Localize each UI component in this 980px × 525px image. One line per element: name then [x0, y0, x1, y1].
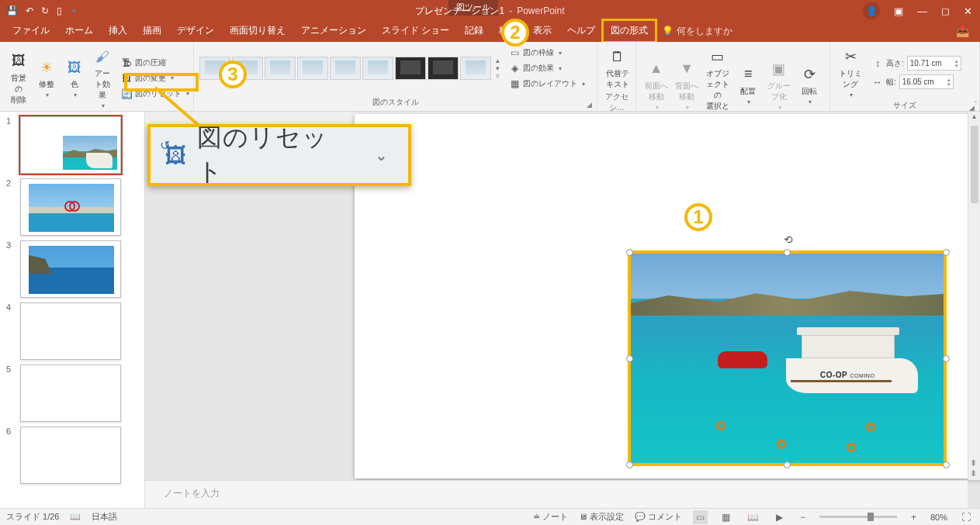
tab-transitions[interactable]: 画面切り替え: [222, 20, 293, 42]
resize-handle[interactable]: [943, 355, 950, 362]
rotate-button[interactable]: ⟳回転▾: [795, 63, 826, 107]
tab-insert[interactable]: 挿入: [101, 20, 135, 42]
annotation-1: 1: [684, 203, 712, 231]
slide-thumbnails-pane[interactable]: 1 2 3 4 5 6: [0, 112, 145, 508]
zoom-slider[interactable]: [819, 516, 897, 518]
start-from-beginning-icon[interactable]: ▯: [57, 5, 62, 16]
resize-handle[interactable]: [784, 249, 791, 256]
slide-thumb-5[interactable]: 5: [20, 364, 135, 422]
tab-file[interactable]: ファイル: [5, 20, 57, 42]
notes-toggle[interactable]: ≐ ノート: [533, 511, 568, 523]
selected-picture[interactable]: CO-OP COMINO: [631, 254, 944, 463]
tab-design[interactable]: デザイン: [169, 20, 222, 42]
zoom-out-icon[interactable]: −: [797, 510, 809, 524]
style-thumb[interactable]: [330, 57, 361, 80]
tab-picture-format[interactable]: 図の形式: [603, 20, 656, 42]
style-thumb[interactable]: [460, 57, 491, 80]
slide-thumb-1[interactable]: 1: [20, 116, 135, 174]
tab-record[interactable]: 記録: [457, 20, 491, 42]
next-slide-icon[interactable]: ⇟: [970, 468, 977, 478]
gallery-up-icon[interactable]: ▴: [496, 57, 500, 64]
resize-handle[interactable]: [626, 249, 633, 256]
style-thumb[interactable]: [297, 57, 328, 80]
style-thumb[interactable]: [428, 57, 459, 80]
send-backward-button[interactable]: ▼背面へ 移動▾: [672, 57, 703, 112]
picture-border-button[interactable]: ▭図の枠線▾: [507, 45, 587, 60]
rotate-handle-icon[interactable]: ⟲: [783, 233, 794, 244]
tab-help[interactable]: ヘルプ: [559, 20, 603, 42]
height-icon: ↕: [872, 58, 883, 69]
style-thumb[interactable]: [265, 57, 296, 80]
zoom-level[interactable]: 80%: [930, 513, 947, 522]
tab-animations[interactable]: アニメーション: [293, 20, 374, 42]
resize-handle[interactable]: [943, 249, 950, 256]
change-picture-button[interactable]: 🖼図の変更▾: [119, 71, 191, 86]
corrections-button[interactable]: ☀修整▾: [33, 56, 61, 100]
picture-layout-button[interactable]: ▦図のレイアウト▾: [507, 76, 587, 92]
tab-view[interactable]: 表示: [525, 20, 559, 42]
zoom-in-icon[interactable]: +: [908, 510, 919, 524]
remove-background-button[interactable]: 🖼背景の 削除: [5, 50, 33, 107]
spellcheck-icon[interactable]: 📖: [70, 512, 81, 522]
undo-icon[interactable]: ↶: [26, 5, 33, 16]
width-input[interactable]: 16.05 cm▴▾: [899, 74, 954, 89]
status-slide-number[interactable]: スライド 1/26: [6, 511, 59, 523]
qat-dropdown-icon[interactable]: ▾: [71, 5, 76, 16]
resize-handle[interactable]: [626, 355, 633, 362]
slide-sorter-view-icon[interactable]: ▦: [719, 510, 733, 524]
status-language[interactable]: 日本語: [92, 511, 117, 523]
color-button[interactable]: 🖼色▾: [61, 56, 88, 100]
reading-view-icon[interactable]: 📖: [744, 510, 762, 524]
rotate-icon: ⟳: [798, 64, 820, 85]
account-avatar[interactable]: 👤: [863, 2, 880, 19]
crop-button[interactable]: ✂トリミング▾: [835, 45, 866, 100]
gallery-down-icon[interactable]: ▾: [496, 64, 500, 72]
tab-draw[interactable]: 描画: [135, 20, 169, 42]
resize-handle[interactable]: [943, 461, 950, 468]
vertical-scrollbar[interactable]: ▴ ⇞⇟: [968, 112, 980, 480]
slideshow-view-icon[interactable]: ▶: [773, 510, 786, 524]
display-settings[interactable]: 🖥 表示設定: [579, 511, 624, 523]
style-thumb[interactable]: [362, 57, 393, 80]
reset-picture-button[interactable]: 🔄図のリセット▾: [119, 86, 191, 102]
save-icon[interactable]: 💾: [6, 5, 18, 16]
alt-text-button[interactable]: 🗒代替テ キスト: [602, 45, 633, 92]
artistic-effects-button[interactable]: 🖌アート効果▾: [88, 45, 116, 111]
group-label-size: サイズ◢: [835, 100, 975, 112]
ribbon-display-icon[interactable]: ▣: [894, 5, 903, 17]
dialog-launcher-icon[interactable]: ◢: [587, 101, 592, 109]
tab-home[interactable]: ホーム: [57, 20, 101, 42]
tab-slideshow[interactable]: スライド ショー: [374, 20, 457, 42]
align-button[interactable]: ≡配置▾: [733, 63, 764, 107]
comments-toggle[interactable]: 💬 コメント: [635, 511, 682, 523]
gallery-more-icon[interactable]: ▿: [496, 72, 500, 80]
fit-to-window-icon[interactable]: ⛶: [958, 510, 974, 524]
slide-canvas[interactable]: CO-OP COMINO ⟲: [355, 114, 980, 478]
slide-thumb-4[interactable]: 4: [20, 302, 135, 360]
picture-effects-button[interactable]: ◈図の効果▾: [507, 60, 587, 76]
slide-thumb-3[interactable]: 3: [20, 240, 135, 298]
slide-thumb-2[interactable]: 2: [20, 178, 135, 236]
crop-icon: ✂: [840, 47, 861, 67]
compress-pictures-button[interactable]: 🗜図の圧縮: [119, 55, 191, 71]
minimize-icon[interactable]: —: [917, 5, 927, 17]
annotation-reset-callout: 🖼↺ 図のリセット ⌄: [147, 124, 411, 186]
resize-handle[interactable]: [626, 461, 633, 468]
tell-me-search[interactable]: 💡 何をしますか: [656, 21, 738, 42]
share-icon[interactable]: 📤: [956, 25, 969, 37]
close-icon[interactable]: ✕: [964, 5, 972, 17]
normal-view-icon[interactable]: ▭: [693, 510, 708, 524]
redo-icon[interactable]: ↻: [41, 5, 49, 16]
bring-forward-button[interactable]: ▲前面へ 移動▾: [641, 57, 672, 112]
collapse-ribbon-icon[interactable]: ˇ: [975, 101, 977, 109]
scroll-up-icon[interactable]: ▴: [968, 112, 980, 124]
notes-pane[interactable]: ノートを入力: [145, 480, 968, 508]
resize-handle[interactable]: [784, 461, 791, 468]
maximize-icon[interactable]: ◻: [941, 5, 950, 17]
slide-thumb-6[interactable]: 6: [20, 427, 135, 484]
scrollbar-thumb[interactable]: [971, 126, 978, 203]
group-objects-button[interactable]: ▣グループ化▾: [764, 57, 795, 112]
prev-slide-icon[interactable]: ⇞: [970, 458, 977, 468]
height-input[interactable]: 10.71 cm▴▾: [907, 56, 961, 71]
style-thumb[interactable]: [395, 57, 426, 80]
